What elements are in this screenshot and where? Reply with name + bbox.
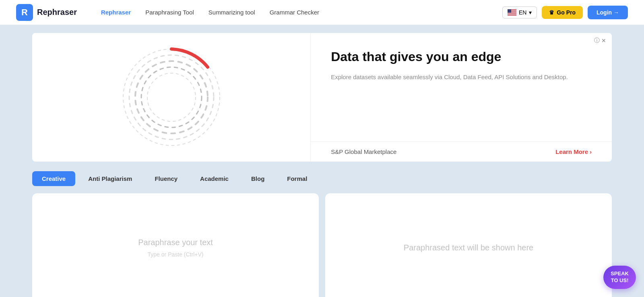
ad-subtitle: Explore datasets available seamlessly vi…: [331, 72, 592, 82]
input-placeholder-main: Paraphrase your text: [138, 238, 213, 247]
go-pro-button[interactable]: ♛ Go Pro: [542, 6, 583, 19]
tab-anti-plagiarism[interactable]: Anti Plagiarism: [78, 171, 142, 186]
go-pro-label: Go Pro: [557, 9, 576, 16]
logo-icon: R: [16, 4, 33, 21]
learn-more-arrow-icon: ›: [590, 148, 592, 155]
circular-animation: [115, 41, 228, 154]
speak-line2: TO US!: [611, 277, 629, 284]
login-label: Login →: [597, 9, 619, 16]
us-flag-icon: [508, 9, 516, 16]
tab-fluency[interactable]: Fluency: [145, 171, 187, 186]
text-panels: Paraphrase your text Type or Paste (Ctrl…: [32, 193, 612, 297]
ad-banner: ⓘ ✕ Data that gives you an: [32, 33, 612, 162]
tab-creative[interactable]: Creative: [32, 171, 75, 186]
ad-content: Data that gives you an edge Explore data…: [311, 33, 612, 94]
ad-info-icon: ⓘ: [594, 37, 600, 44]
main-content: ⓘ ✕ Data that gives you an: [0, 25, 644, 297]
svg-point-10: [135, 61, 208, 133]
login-button[interactable]: Login →: [588, 6, 628, 19]
output-placeholder: Paraphrased text will be shown here: [404, 243, 533, 252]
ad-close-icon[interactable]: ✕: [601, 37, 606, 44]
input-placeholder-sub: Type or Paste (Ctrl+V): [148, 251, 204, 258]
svg-point-11: [141, 67, 202, 127]
nav-grammar[interactable]: Grammar Checker: [270, 9, 319, 16]
svg-rect-7: [508, 9, 511, 13]
svg-rect-5: [508, 14, 516, 14]
svg-point-12: [147, 73, 196, 121]
header: R Rephraser Rephraser Paraphrasing Tool …: [0, 0, 644, 25]
lang-chevron-icon: ▾: [529, 9, 532, 16]
speak-to-us-widget[interactable]: SPEAK TO US!: [603, 266, 636, 289]
ad-footer: S&P Global Marketplace Learn More ›: [311, 141, 612, 162]
nav-paraphrasing[interactable]: Paraphrasing Tool: [145, 9, 194, 16]
header-right: EN ▾ ♛ Go Pro Login →: [502, 6, 628, 19]
ad-right-section: Data that gives you an edge Explore data…: [310, 33, 612, 162]
lang-label: EN: [519, 9, 526, 16]
ad-visual: [32, 33, 310, 162]
ad-learn-more-link[interactable]: Learn More ›: [555, 148, 592, 155]
svg-rect-6: [508, 14, 516, 15]
speak-line1: SPEAK: [611, 270, 629, 277]
output-panel: Paraphrased text will be shown here: [325, 193, 612, 297]
ad-title: Data that gives you an edge: [331, 49, 592, 64]
ad-brand: S&P Global Marketplace: [331, 148, 396, 155]
crown-icon: ♛: [549, 9, 554, 16]
language-selector[interactable]: EN ▾: [502, 6, 537, 18]
logo-text: Rephraser: [37, 8, 77, 17]
logo-area: R Rephraser: [16, 4, 77, 21]
main-nav: Rephraser Paraphrasing Tool Summarizing …: [101, 9, 502, 16]
nav-rephraser[interactable]: Rephraser: [101, 9, 131, 16]
input-panel[interactable]: Paraphrase your text Type or Paste (Ctrl…: [32, 193, 319, 297]
nav-summarizing[interactable]: Summarizing tool: [208, 9, 255, 16]
tab-academic[interactable]: Academic: [190, 171, 238, 186]
ad-close-area[interactable]: ⓘ ✕: [594, 37, 606, 44]
mode-tabs: Creative Anti Plagiarism Fluency Academi…: [32, 171, 612, 186]
tab-formal[interactable]: Formal: [277, 171, 317, 186]
tab-blog[interactable]: Blog: [242, 171, 274, 186]
svg-rect-4: [508, 12, 516, 13]
